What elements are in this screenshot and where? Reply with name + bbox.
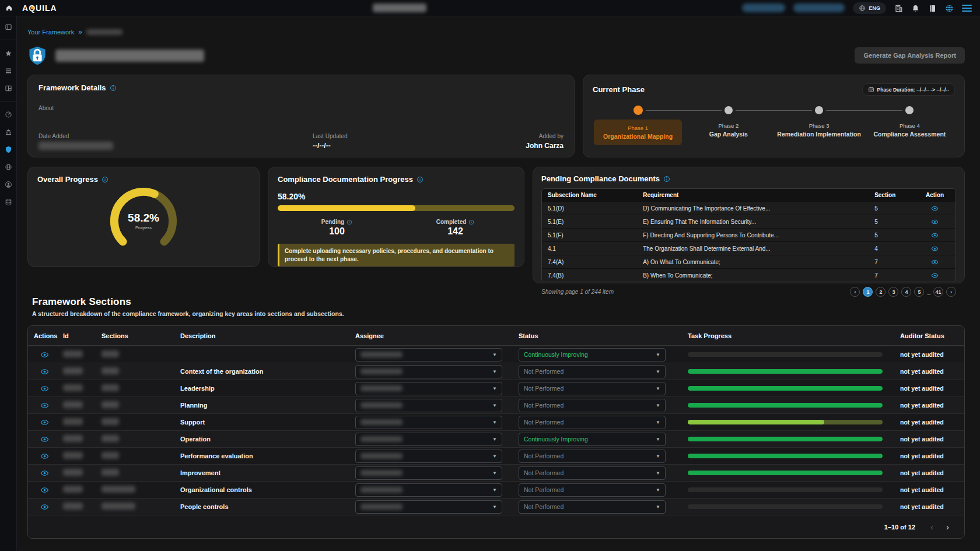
status-value: Continuously Improving bbox=[524, 436, 588, 443]
view-section-button[interactable] bbox=[40, 384, 49, 393]
info-icon[interactable] bbox=[468, 219, 474, 225]
pending-docs-title: Pending Compliance Documents bbox=[541, 174, 660, 183]
sidebar-item-bank[interactable] bbox=[0, 125, 17, 139]
auditor-status: not yet audited bbox=[900, 419, 964, 426]
sidebar-item-globe[interactable] bbox=[0, 160, 17, 174]
status-dropdown[interactable]: Not Performed▼ bbox=[519, 399, 666, 412]
language-selector[interactable]: ENG bbox=[853, 2, 886, 14]
status-dropdown[interactable]: Not Performed▼ bbox=[519, 382, 666, 395]
pagination-page-3-button[interactable]: 3 bbox=[888, 287, 898, 297]
view-document-button[interactable] bbox=[931, 231, 939, 240]
status-dropdown[interactable]: Not Performed▼ bbox=[519, 416, 666, 429]
overall-progress-title: Overall Progress bbox=[37, 175, 98, 184]
info-icon[interactable] bbox=[416, 176, 424, 183]
auditor-status: not yet audited bbox=[900, 503, 964, 510]
status-dropdown[interactable]: Not Performed▼ bbox=[519, 500, 666, 514]
sidebar-item-shield[interactable] bbox=[0, 142, 17, 156]
table-next-page-button[interactable]: › bbox=[946, 522, 949, 532]
view-document-button[interactable] bbox=[931, 204, 939, 213]
bell-button[interactable] bbox=[911, 3, 920, 13]
pagination-prev-button[interactable]: ‹ bbox=[850, 287, 860, 297]
doc-progress-percent: 58.20% bbox=[278, 192, 514, 201]
status-dropdown[interactable]: Not Performed▼ bbox=[519, 365, 666, 378]
info-icon[interactable] bbox=[110, 85, 117, 92]
chevron-down-icon: ▼ bbox=[492, 420, 497, 425]
pagination-next-button[interactable]: › bbox=[946, 287, 956, 297]
view-document-button[interactable] bbox=[931, 244, 939, 253]
help-button[interactable] bbox=[945, 3, 954, 13]
view-section-button[interactable] bbox=[40, 350, 49, 359]
assignee-dropdown[interactable]: ▼ bbox=[355, 365, 502, 378]
view-section-button[interactable] bbox=[40, 468, 49, 478]
assignee-dropdown[interactable]: ▼ bbox=[355, 450, 502, 463]
subsection-name: 7.4(B) bbox=[542, 269, 637, 282]
assignee-dropdown[interactable]: ▼ bbox=[355, 416, 502, 429]
view-document-button[interactable] bbox=[931, 271, 939, 280]
view-section-button[interactable] bbox=[40, 367, 49, 376]
view-section-button[interactable] bbox=[40, 502, 49, 511]
status-dropdown[interactable]: Continuously Improving▼ bbox=[519, 433, 666, 446]
status-value: Not Performed bbox=[524, 402, 564, 409]
assignee-dropdown[interactable]: ▼ bbox=[355, 399, 502, 412]
assignee-dropdown[interactable]: ▼ bbox=[355, 382, 502, 395]
assignee-dropdown[interactable]: ▼ bbox=[355, 433, 502, 446]
view-section-button[interactable] bbox=[40, 417, 49, 427]
sidebar-item-user[interactable] bbox=[0, 177, 17, 191]
view-document-button[interactable] bbox=[931, 258, 939, 266]
view-section-button[interactable] bbox=[40, 451, 49, 461]
requirement: E) Ensuring That The Information Securit… bbox=[637, 215, 869, 229]
info-icon[interactable] bbox=[663, 176, 670, 183]
pending-docs-table: Subsection NameRequirementSectionAction … bbox=[542, 189, 956, 282]
last-updated-label: Last Updated bbox=[313, 133, 348, 139]
assignee-dropdown[interactable]: ▼ bbox=[355, 483, 502, 497]
sidebar-item-menu[interactable] bbox=[0, 64, 17, 78]
status-dropdown[interactable]: Continuously Improving▼ bbox=[519, 348, 666, 362]
sidebar-item-database[interactable] bbox=[0, 195, 17, 209]
view-section-button[interactable] bbox=[40, 434, 49, 444]
home-button[interactable] bbox=[0, 4, 18, 12]
pagination-page-1-button[interactable]: 1 bbox=[863, 287, 873, 297]
pagination-page-41-button[interactable]: 41 bbox=[933, 287, 943, 297]
requirement: A) On What To Communicate; bbox=[637, 255, 869, 269]
sections-col-header: Task Progress bbox=[688, 332, 900, 339]
sidebar-divider bbox=[0, 101, 17, 101]
pagination: ‹12345_41› bbox=[850, 287, 956, 297]
chevron-down-icon: ▼ bbox=[656, 471, 660, 476]
phase-name: Phase 4 bbox=[873, 122, 946, 129]
book-button[interactable] bbox=[928, 3, 937, 13]
info-icon[interactable] bbox=[346, 219, 352, 225]
assignee-dropdown[interactable]: ▼ bbox=[355, 500, 502, 514]
redacted-section-code bbox=[102, 486, 135, 493]
help-icon bbox=[945, 4, 954, 13]
sidebar-item-panel[interactable] bbox=[0, 20, 17, 34]
info-icon[interactable] bbox=[102, 176, 108, 183]
sidebar-item-kanban[interactable] bbox=[0, 81, 17, 95]
view-section-button[interactable] bbox=[40, 485, 49, 494]
section-description: Operation bbox=[180, 436, 355, 443]
database-icon bbox=[5, 198, 12, 206]
status-dropdown[interactable]: Not Performed▼ bbox=[519, 483, 666, 497]
sidebar-item-star[interactable] bbox=[0, 46, 17, 60]
building-button[interactable] bbox=[894, 3, 903, 13]
view-section-button[interactable] bbox=[40, 401, 49, 410]
generate-gap-analysis-report-button[interactable]: Generate Gap Analysis Report bbox=[855, 47, 965, 64]
redacted-action-button[interactable] bbox=[742, 3, 785, 12]
status-dropdown[interactable]: Not Performed▼ bbox=[519, 450, 666, 463]
assignee-dropdown[interactable]: ▼ bbox=[355, 466, 502, 480]
pagination-page-2-button[interactable]: 2 bbox=[876, 287, 886, 297]
assignee-dropdown[interactable]: ▼ bbox=[355, 348, 502, 362]
redacted-action-button[interactable] bbox=[793, 3, 845, 12]
pagination-page-4-button[interactable]: 4 bbox=[901, 287, 911, 297]
dial-icon bbox=[5, 111, 12, 118]
breadcrumb-your-framework[interactable]: Your Framework bbox=[27, 29, 74, 36]
eye-icon bbox=[40, 486, 49, 494]
status-dropdown[interactable]: Not Performed▼ bbox=[519, 466, 666, 480]
view-document-button[interactable] bbox=[931, 217, 939, 226]
eye-icon bbox=[40, 469, 49, 478]
sidebar-item-dial[interactable] bbox=[0, 107, 17, 121]
table-prev-page-button[interactable]: ‹ bbox=[930, 522, 933, 532]
subsection-name: 4.1 bbox=[542, 242, 637, 255]
pagination-page-5-button[interactable]: 5 bbox=[914, 287, 924, 297]
current-phase-title: Current Phase bbox=[593, 85, 645, 94]
menu-toggle-button[interactable] bbox=[962, 5, 972, 12]
